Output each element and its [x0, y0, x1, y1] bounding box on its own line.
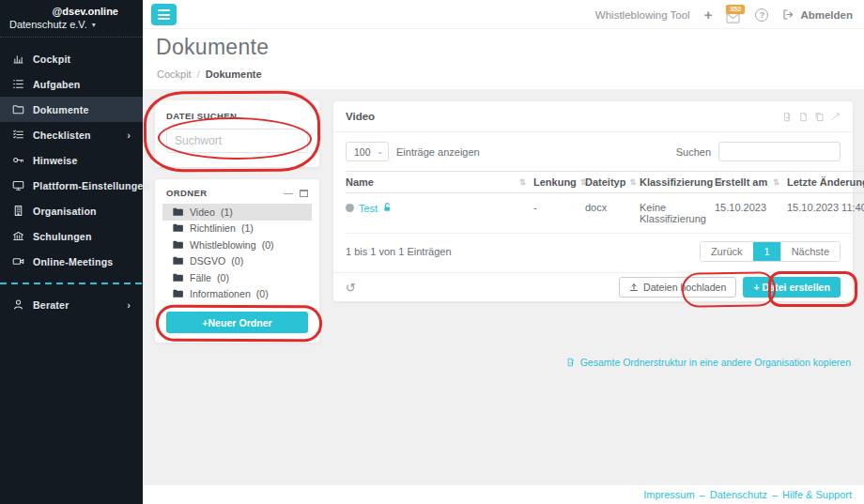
sidebar-item-hinweise[interactable]: Hinweise: [0, 147, 143, 173]
folder-name: Richtlinien: [190, 222, 236, 234]
upload-icon: [629, 283, 639, 292]
folder-count: (1): [221, 206, 233, 218]
window-icon[interactable]: [300, 190, 308, 197]
hamburger-menu-button[interactable]: [151, 4, 177, 25]
document-link[interactable]: Test: [359, 203, 378, 214]
notifications-button[interactable]: 352: [726, 8, 741, 22]
key-icon: [12, 154, 24, 166]
folder-icon: [173, 256, 184, 266]
breadcrumb-current: Dokumente: [206, 69, 262, 80]
history-icon[interactable]: ↺: [346, 281, 356, 295]
folder-item-informationen[interactable]: Informationen (0): [162, 286, 312, 303]
folder-item-dsgvo[interactable]: DSGVO (0): [162, 253, 312, 270]
folder-item-faelle[interactable]: Fälle (0): [162, 269, 312, 286]
breadcrumb-separator: /: [197, 69, 200, 80]
org-handle: @dsev.online: [9, 6, 133, 17]
folder-item-video[interactable]: Video (1): [162, 204, 312, 221]
folder-name: Video: [190, 206, 215, 218]
column-header-erstellt-am[interactable]: Erstellt am⇅: [715, 172, 787, 193]
wrench-icon[interactable]: [830, 112, 841, 122]
breadcrumb-cockpit[interactable]: Cockpit: [157, 69, 192, 80]
documents-panel-header: Video: [333, 101, 853, 132]
minimize-icon[interactable]: —: [284, 189, 293, 198]
sidebar-item-label: Online-Meetings: [33, 256, 113, 267]
sidebar-item-dokumente[interactable]: Dokumente: [0, 97, 143, 122]
column-header-lenkung[interactable]: Lenkung⇅: [533, 172, 585, 193]
table-search-input[interactable]: [718, 142, 841, 161]
folder-icon: [12, 103, 24, 115]
document-actions: ↺ Dateien hochladen + Datei erstellen: [333, 272, 853, 301]
documents-panel: Video 100 ⌄ Einträge anzeigen Suchen: [333, 101, 853, 301]
sidebar-item-label: Dokumente: [33, 104, 89, 115]
folder-name: Informationen: [190, 288, 251, 299]
upload-files-button[interactable]: Dateien hochladen: [619, 277, 736, 298]
table-search: Suchen: [676, 142, 841, 161]
documents-table: Name⇅ Lenkung⇅ Dateityp⇅ Klassifizierung…: [346, 171, 864, 234]
footer-link-impressum[interactable]: Impressum: [643, 489, 694, 500]
column-header-letzte-aenderung[interactable]: Letzte Änderung: [787, 172, 864, 193]
status-dot-icon: [346, 204, 354, 212]
footer-link-datenschutz[interactable]: Datenschutz: [710, 489, 767, 500]
caret-down-icon: ⌄: [377, 147, 383, 156]
sidebar-item-plattform-einstellungen[interactable]: Plattform-Einstellungen: [0, 173, 143, 198]
page-length-select[interactable]: 100 ⌄: [346, 142, 389, 161]
logout-button[interactable]: Abmelden: [782, 8, 853, 21]
sidebar-item-berater[interactable]: Berater ›: [0, 292, 143, 317]
copy-folder-structure-label: Gesamte Ordnerstruktur in eine andere Or…: [580, 357, 851, 368]
sidebar-item-label: Aufgaben: [33, 79, 80, 90]
folder-item-richtlinien[interactable]: Richtlinien (1): [162, 221, 312, 237]
footer-separator: –: [772, 489, 778, 500]
copy-folder-structure-link[interactable]: Gesamte Ordnerstruktur in eine andere Or…: [566, 357, 851, 368]
folder-name: DSGVO: [190, 255, 225, 267]
unlock-icon[interactable]: [382, 202, 393, 214]
documents-panel-title: Video: [346, 111, 782, 122]
sidebar-item-checklisten[interactable]: Checklisten ›: [0, 122, 143, 147]
copy-icon[interactable]: [814, 112, 825, 122]
table-header-row: Name⇅ Lenkung⇅ Dateityp⇅ Klassifizierung…: [346, 172, 864, 193]
help-icon[interactable]: ?: [755, 8, 768, 22]
table-footer: 1 bis 1 von 1 Einträgen Zurück 1 Nächste: [333, 234, 853, 262]
column-header-dateityp[interactable]: Dateityp⇅: [585, 172, 640, 193]
column-header-klassifizierung[interactable]: Klassifizierung⇅: [640, 172, 715, 193]
column-header-name[interactable]: Name⇅: [346, 172, 533, 193]
pagination-next-button[interactable]: Nächste: [780, 242, 840, 261]
copy-structure-icon: [566, 358, 576, 367]
file-search-label: DATEI SUCHEN: [166, 111, 308, 121]
documents-table-wrap: Name⇅ Lenkung⇅ Dateityp⇅ Klassifizierung…: [346, 171, 841, 234]
create-file-button[interactable]: + Datei erstellen: [743, 277, 841, 298]
folder-item-whistleblowing[interactable]: Whistleblowing (0): [162, 237, 312, 253]
cell-dateityp: docx: [585, 193, 640, 234]
create-file-label: Datei erstellen: [763, 282, 830, 293]
sort-icon: ⇅: [773, 177, 779, 187]
sidebar-item-label: Schulungen: [33, 231, 92, 242]
export-file-icon[interactable]: [782, 112, 793, 122]
whistleblowing-tool-link[interactable]: Whistleblowing Tool: [595, 9, 690, 21]
sidebar-dashed-divider: [0, 283, 143, 284]
pagination-prev-button[interactable]: Zurück: [701, 242, 753, 261]
checklist-icon: [12, 129, 24, 141]
page-header: Dokumente Cockpit / Dokumente: [143, 29, 864, 89]
sidebar-item-cockpit[interactable]: Cockpit: [0, 46, 143, 71]
folder-count: (1): [241, 222, 254, 234]
footer-link-hilfe-support[interactable]: Hilfe & Support: [782, 489, 852, 500]
file-search-input[interactable]: [166, 129, 308, 153]
plus-icon[interactable]: +: [704, 8, 713, 22]
sidebar-item-online-meetings[interactable]: Online-Meetings: [0, 249, 143, 274]
sidebar-item-aufgaben[interactable]: Aufgaben: [0, 71, 143, 97]
new-folder-button[interactable]: +Neuer Ordner: [166, 312, 308, 333]
page-length-value: 100: [354, 146, 371, 158]
org-switcher[interactable]: Datenschutz e.V. ▾: [9, 19, 133, 30]
folder-count: (0): [231, 255, 243, 267]
sidebar-item-label: Berater: [33, 299, 69, 311]
folder-count: (0): [217, 272, 229, 283]
topbar-right: Whistleblowing Tool + 352 ? Abmelden: [595, 0, 853, 29]
folder-icon: [173, 223, 184, 233]
pagination-page-1[interactable]: 1: [753, 242, 780, 261]
sidebar-item-schulungen[interactable]: Schulungen: [0, 223, 143, 249]
topbar: Whistleblowing Tool + 352 ? Abmelden: [143, 0, 864, 29]
page-title: Dokumente: [156, 35, 269, 60]
file-icon[interactable]: [798, 112, 809, 122]
sidebar-item-organisation[interactable]: Organisation: [0, 198, 143, 223]
folder-icon: [173, 240, 184, 250]
logout-icon: [782, 8, 795, 21]
